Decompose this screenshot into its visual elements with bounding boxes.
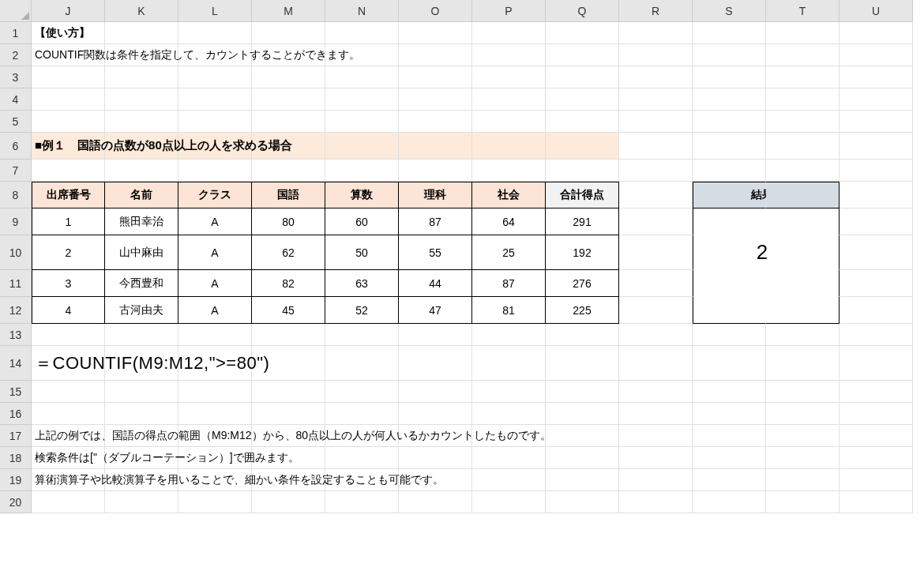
cell-J3[interactable] bbox=[32, 66, 105, 88]
cell-Q7[interactable] bbox=[546, 160, 619, 182]
cell-Q2[interactable] bbox=[546, 44, 619, 66]
cell-T11[interactable] bbox=[766, 270, 839, 297]
table-header-kokugo[interactable]: 国語 bbox=[252, 182, 325, 208]
cell-O5[interactable] bbox=[399, 111, 472, 133]
row-header-20[interactable]: 20 bbox=[0, 491, 32, 513]
row-header-17[interactable]: 17 bbox=[0, 425, 32, 447]
cell-U20[interactable] bbox=[839, 491, 913, 513]
table-cell-total[interactable]: 225 bbox=[546, 297, 619, 324]
table-cell-shakai[interactable]: 81 bbox=[472, 297, 546, 324]
cell-Q4[interactable] bbox=[546, 88, 619, 111]
table-cell-name[interactable]: 熊田幸治 bbox=[105, 208, 178, 235]
table-cell-name[interactable]: 今西豊和 bbox=[105, 270, 178, 297]
column-header-N[interactable]: N bbox=[325, 0, 399, 22]
cell-P4[interactable] bbox=[472, 88, 546, 111]
cell-M1[interactable] bbox=[252, 22, 325, 44]
table-cell-kokugo[interactable]: 82 bbox=[252, 270, 325, 297]
cell-T5[interactable] bbox=[766, 111, 839, 133]
cell-T2[interactable] bbox=[766, 44, 839, 66]
cell-T3[interactable] bbox=[766, 66, 839, 88]
cell-U6[interactable] bbox=[839, 133, 913, 160]
cell-T6[interactable] bbox=[766, 133, 839, 160]
row-header-3[interactable]: 3 bbox=[0, 66, 32, 88]
cell-L1[interactable] bbox=[178, 22, 252, 44]
cell-L5[interactable] bbox=[178, 111, 252, 133]
table-header-rika[interactable]: 理科 bbox=[399, 182, 472, 208]
cell-N7[interactable] bbox=[325, 160, 399, 182]
cell-Q17[interactable] bbox=[546, 425, 619, 447]
cell-U15[interactable] bbox=[839, 381, 913, 403]
select-all-corner[interactable] bbox=[0, 0, 32, 22]
cell-T14[interactable] bbox=[766, 346, 839, 381]
cell-T17[interactable] bbox=[766, 425, 839, 447]
cell-T1[interactable] bbox=[766, 22, 839, 44]
cell-R3[interactable] bbox=[619, 66, 693, 88]
cell-U7[interactable] bbox=[839, 160, 913, 182]
cell-U19[interactable] bbox=[839, 469, 913, 491]
cell-S7[interactable] bbox=[693, 160, 766, 182]
cell-P20[interactable] bbox=[472, 491, 546, 513]
cell-O16[interactable] bbox=[399, 403, 472, 425]
table-cell-rika[interactable]: 55 bbox=[399, 235, 472, 270]
cell-R4[interactable] bbox=[619, 88, 693, 111]
cell-K13[interactable] bbox=[105, 324, 178, 346]
row-header-1[interactable]: 1 bbox=[0, 22, 32, 44]
result-value[interactable]: 2 bbox=[693, 235, 766, 270]
cell-J4[interactable] bbox=[32, 88, 105, 111]
cell-P15[interactable] bbox=[472, 381, 546, 403]
cell-Q13[interactable] bbox=[546, 324, 619, 346]
note-1[interactable]: 上記の例では、国語の得点の範囲（M9:M12）から、80点以上の人が何人いるかカ… bbox=[32, 425, 105, 447]
cell-Q1[interactable] bbox=[546, 22, 619, 44]
cell-L4[interactable] bbox=[178, 88, 252, 111]
row-header-12[interactable]: 12 bbox=[0, 297, 32, 324]
column-header-S[interactable]: S bbox=[693, 0, 766, 22]
cell-T9[interactable] bbox=[766, 208, 839, 235]
cell-S9[interactable] bbox=[693, 208, 766, 235]
table-cell-rika[interactable]: 87 bbox=[399, 208, 472, 235]
cell-U13[interactable] bbox=[839, 324, 913, 346]
cell-U16[interactable] bbox=[839, 403, 913, 425]
table-cell-no[interactable]: 4 bbox=[32, 297, 105, 324]
cell-Q15[interactable] bbox=[546, 381, 619, 403]
cell-S4[interactable] bbox=[693, 88, 766, 111]
cell-N3[interactable] bbox=[325, 66, 399, 88]
cell-S20[interactable] bbox=[693, 491, 766, 513]
cell-N5[interactable] bbox=[325, 111, 399, 133]
cell-T18[interactable] bbox=[766, 447, 839, 469]
table-cell-kokugo[interactable]: 45 bbox=[252, 297, 325, 324]
cell-U3[interactable] bbox=[839, 66, 913, 88]
cell-L3[interactable] bbox=[178, 66, 252, 88]
cell-R5[interactable] bbox=[619, 111, 693, 133]
table-cell-no[interactable]: 2 bbox=[32, 235, 105, 270]
cell-U10[interactable] bbox=[839, 235, 913, 270]
note-3[interactable]: 算術演算子や比較演算子を用いることで、細かい条件を設定することも可能です。 bbox=[32, 469, 105, 491]
cell-Q6[interactable] bbox=[546, 133, 619, 160]
table-cell-no[interactable]: 3 bbox=[32, 270, 105, 297]
cell-K3[interactable] bbox=[105, 66, 178, 88]
cell-R17[interactable] bbox=[619, 425, 693, 447]
cell-T16[interactable] bbox=[766, 403, 839, 425]
column-header-Q[interactable]: Q bbox=[546, 0, 619, 22]
cell-S2[interactable] bbox=[693, 44, 766, 66]
cell-S12[interactable] bbox=[693, 297, 766, 324]
cell-P14[interactable] bbox=[472, 346, 546, 381]
table-header-name[interactable]: 名前 bbox=[105, 182, 178, 208]
cell-R14[interactable] bbox=[619, 346, 693, 381]
table-cell-class[interactable]: A bbox=[178, 270, 252, 297]
table-header-class[interactable]: クラス bbox=[178, 182, 252, 208]
cell-J15[interactable] bbox=[32, 381, 105, 403]
cell-O18[interactable] bbox=[399, 447, 472, 469]
cell-T8[interactable] bbox=[766, 182, 839, 208]
cell-S18[interactable] bbox=[693, 447, 766, 469]
cell-Q14[interactable] bbox=[546, 346, 619, 381]
row-header-13[interactable]: 13 bbox=[0, 324, 32, 346]
spreadsheet-grid[interactable]: JKLMNOPQRSTU1【使い方】2COUNTIF関数は条件を指定して、カウン… bbox=[0, 0, 924, 513]
table-header-total[interactable]: 合計得点 bbox=[546, 182, 619, 208]
cell-P1[interactable] bbox=[472, 22, 546, 44]
cell-O7[interactable] bbox=[399, 160, 472, 182]
cell-S19[interactable] bbox=[693, 469, 766, 491]
cell-M5[interactable] bbox=[252, 111, 325, 133]
column-header-M[interactable]: M bbox=[252, 0, 325, 22]
cell-K7[interactable] bbox=[105, 160, 178, 182]
cell-R20[interactable] bbox=[619, 491, 693, 513]
